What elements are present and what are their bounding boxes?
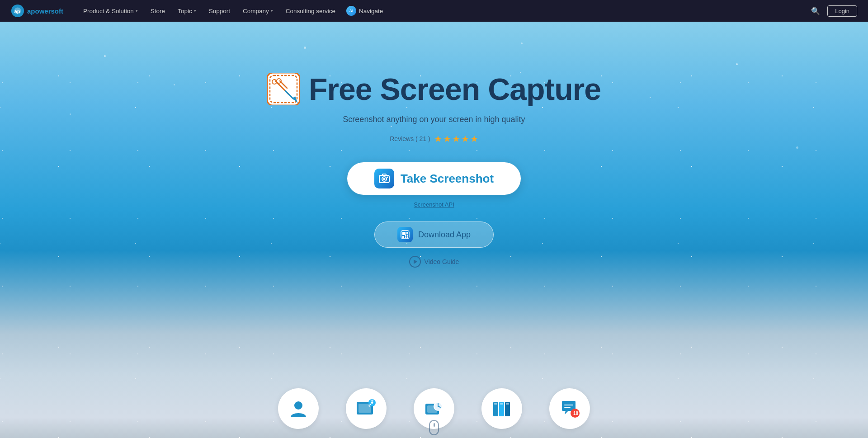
hero-section: Free Screen Capture Screenshot anything …	[0, 22, 868, 438]
nav-company[interactable]: Company ▾	[237, 5, 278, 17]
svg-rect-21	[405, 236, 406, 238]
hero-subtitle: Screenshot anything on your screen in hi…	[343, 115, 525, 124]
download-app-label: Download App	[418, 230, 471, 240]
svg-text:ap: ap	[14, 9, 20, 14]
video-guide-link[interactable]: Video Guide	[409, 256, 459, 268]
star-4: ★	[461, 133, 469, 144]
particle	[521, 42, 523, 44]
logo[interactable]: ap apowersoft	[11, 4, 63, 18]
download-app-icon	[397, 227, 413, 242]
svg-rect-41	[506, 403, 509, 405]
nav-topic[interactable]: Topic ▾	[172, 5, 202, 17]
play-triangle-icon	[414, 259, 417, 264]
star-3: ★	[452, 133, 460, 144]
nav-links: Product & Solution ▾ Store Topic ▾ Suppo…	[78, 4, 811, 18]
take-screenshot-label: Take Screenshot	[401, 172, 494, 186]
scroll-mouse-icon	[429, 420, 439, 435]
svg-rect-19	[405, 235, 406, 236]
download-app-button[interactable]: Download App	[374, 221, 494, 248]
svg-rect-16	[402, 232, 406, 235]
feature-icon-books[interactable]	[481, 388, 522, 429]
feature-icon-profile[interactable]	[278, 388, 319, 429]
nav-consulting[interactable]: Consulting service	[280, 5, 341, 17]
particle	[174, 84, 175, 85]
star-2: ★	[443, 133, 451, 144]
hero-content: Free Screen Capture Screenshot anything …	[267, 71, 601, 290]
svg-point-14	[387, 177, 388, 178]
feature-icon-image-edit[interactable]	[346, 388, 387, 429]
svg-rect-20	[407, 235, 408, 236]
logo-icon: ap	[11, 4, 24, 18]
svg-rect-39	[494, 403, 497, 405]
particle	[796, 146, 798, 149]
search-icon[interactable]: 🔍	[811, 7, 820, 15]
svg-point-13	[383, 178, 385, 180]
app-icon	[267, 73, 300, 105]
feature-icon-chat[interactable]: 18	[549, 388, 590, 429]
video-guide-text: Video Guide	[425, 258, 459, 265]
page-title: Free Screen Capture	[309, 71, 601, 107]
hero-title-row: Free Screen Capture	[267, 71, 601, 107]
nav-navigate[interactable]: AI Navigate	[343, 4, 387, 18]
logo-text: apowersoft	[27, 7, 63, 15]
ai-badge-icon: AI	[346, 6, 356, 16]
play-circle-icon	[409, 256, 421, 268]
navbar: ap apowersoft Product & Solution ▾ Store…	[0, 0, 868, 22]
screenshot-camera-icon	[374, 169, 394, 188]
particle	[70, 113, 71, 115]
login-button[interactable]: Login	[827, 5, 857, 17]
scroll-dot	[434, 423, 435, 427]
nav-support[interactable]: Support	[203, 5, 236, 17]
chevron-down-icon-3: ▾	[271, 9, 273, 13]
reviews-text: Reviews ( 21 )	[390, 135, 430, 142]
particle	[304, 47, 306, 49]
nav-product-solution[interactable]: Product & Solution ▾	[78, 5, 143, 17]
particle	[650, 97, 651, 98]
particle	[104, 55, 106, 57]
screenshot-api-link[interactable]: Screenshot API	[414, 201, 454, 208]
take-screenshot-button[interactable]: Take Screenshot	[347, 162, 521, 195]
nav-right: 🔍 Login	[811, 5, 857, 17]
star-5: ★	[470, 133, 478, 144]
nav-store[interactable]: Store	[145, 5, 170, 17]
svg-rect-40	[500, 403, 503, 405]
scroll-indicator	[429, 420, 439, 435]
chevron-down-icon: ▾	[136, 9, 138, 13]
star-rating: ★ ★ ★ ★ ★	[434, 133, 478, 144]
svg-point-23	[294, 401, 302, 410]
svg-rect-18	[402, 236, 404, 238]
svg-rect-22	[407, 236, 408, 238]
star-1: ★	[434, 133, 442, 144]
particle	[736, 63, 738, 65]
svg-text:18: 18	[573, 411, 579, 416]
reviews-row: Reviews ( 21 ) ★ ★ ★ ★ ★	[390, 133, 478, 144]
chevron-down-icon-2: ▾	[194, 9, 196, 13]
svg-rect-17	[406, 232, 408, 234]
